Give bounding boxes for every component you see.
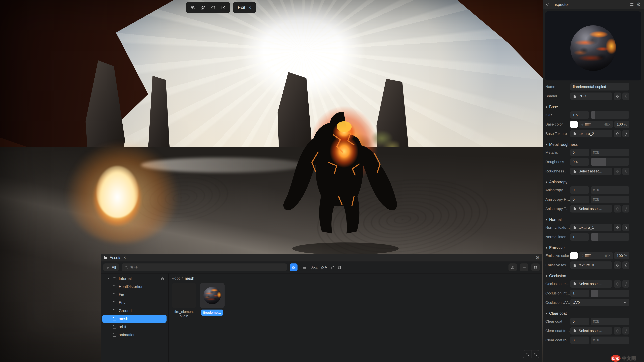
asset-thumbnail[interactable] <box>172 283 196 308</box>
slider[interactable] <box>591 290 630 297</box>
sort-za-button[interactable]: Z-A <box>321 265 327 270</box>
folder-mesh-selected[interactable]: mesh <box>102 315 166 323</box>
list-view-button[interactable] <box>300 264 308 271</box>
delete-asset-button[interactable] <box>531 264 540 271</box>
shader-field[interactable]: PBR <box>570 92 612 100</box>
open-external-icon[interactable] <box>221 5 226 10</box>
gear-icon[interactable]: ⚙ <box>535 255 540 260</box>
section-base[interactable]: ▾Base <box>546 104 630 110</box>
asset-field[interactable]: texture_1 <box>570 224 612 231</box>
section-metal-roughness[interactable]: ▾Metal roughness <box>546 141 630 147</box>
qr-code-icon[interactable] <box>200 5 205 10</box>
asset-item-glb[interactable]: fire_elemental.glb <box>172 283 196 319</box>
assets-search[interactable] <box>122 264 287 271</box>
folder-ground[interactable]: Ground <box>102 307 166 315</box>
opacity-input[interactable]: 100% <box>614 121 630 128</box>
asset-field[interactable]: texture_2 <box>570 130 612 137</box>
number-input[interactable]: 1.5 <box>570 111 589 119</box>
folder-icon <box>112 276 117 281</box>
folder-fire[interactable]: Fire <box>102 291 166 299</box>
exit-button[interactable]: Exit × <box>233 2 256 13</box>
unlink-asset-button[interactable] <box>622 168 630 175</box>
slider[interactable] <box>591 233 630 241</box>
grid-view-button[interactable] <box>290 264 298 271</box>
sort-az-button[interactable]: A-Z <box>311 265 318 270</box>
zoom-in-button[interactable] <box>531 351 539 358</box>
folder-internal[interactable]: Internal <box>102 275 166 283</box>
number-input[interactable]: 0 <box>570 149 589 156</box>
material-preview[interactable] <box>545 11 641 80</box>
section-anisotropy[interactable]: ▾Anisotropy <box>546 179 630 185</box>
asset-field[interactable]: Select asset… <box>570 327 612 335</box>
unlink-asset-button[interactable] <box>622 205 630 213</box>
locate-asset-button[interactable] <box>614 224 621 231</box>
unlink-asset-button[interactable] <box>622 224 630 231</box>
locate-asset-button[interactable] <box>614 327 621 335</box>
add-asset-button[interactable] <box>520 264 528 271</box>
zoom-out-button[interactable] <box>523 351 531 358</box>
slider[interactable]: MIN <box>591 186 630 194</box>
asset-field[interactable]: texture_0 <box>570 261 612 269</box>
number-input[interactable]: 0.4 <box>570 158 589 166</box>
asset-field[interactable]: Select asset… <box>570 168 612 175</box>
number-input[interactable]: 1 <box>570 290 589 297</box>
folder-heatdistortion[interactable]: HeatDIstortion <box>102 283 166 291</box>
binoculars-icon[interactable] <box>190 5 195 10</box>
slider[interactable]: MIN <box>591 149 630 156</box>
close-tab-icon[interactable]: × <box>123 255 126 260</box>
folder-orbit[interactable]: orbit <box>102 323 166 331</box>
slider[interactable] <box>591 111 630 119</box>
sort-descending-icon[interactable] <box>338 265 342 270</box>
asset-item-material-selected[interactable]: fireeleme… <box>200 283 224 319</box>
number-input[interactable]: 0 <box>570 337 589 344</box>
opacity-input[interactable]: 100% <box>614 252 630 259</box>
breadcrumb-root[interactable]: Root <box>172 276 180 281</box>
material-name-field[interactable] <box>570 83 630 90</box>
hex-input[interactable]: #ffffffHEX <box>579 252 613 259</box>
number-input[interactable]: 1 <box>570 233 589 241</box>
sort-ascending-icon[interactable] <box>330 265 334 270</box>
uv-select[interactable]: UV0 <box>570 299 630 306</box>
number-input[interactable]: 0 <box>570 318 589 325</box>
unlink-asset-button[interactable] <box>622 92 630 100</box>
number-input[interactable]: 0 <box>570 186 589 194</box>
section-clear-coat[interactable]: ▾Clear coat <box>546 310 630 317</box>
slider[interactable]: MIN <box>591 196 630 203</box>
section-occlusion[interactable]: ▾Occlusion <box>546 273 630 279</box>
folder-animation[interactable]: animation <box>102 331 166 339</box>
asset-thumbnail[interactable] <box>200 283 224 308</box>
scene-viewport[interactable]: Exit × <box>0 0 442 253</box>
locate-asset-button[interactable] <box>614 280 621 288</box>
tab-assets[interactable]: Assets × <box>103 255 126 260</box>
hex-input[interactable]: #ffffffHEX <box>579 121 613 128</box>
locate-asset-button[interactable] <box>614 168 621 175</box>
assets-search-input[interactable] <box>130 265 284 270</box>
unlink-asset-button[interactable] <box>622 327 630 335</box>
filter-button[interactable]: All <box>103 264 119 271</box>
unlink-asset-button[interactable] <box>622 130 630 137</box>
section-normal[interactable]: ▾Normal <box>546 217 630 223</box>
locate-asset-button[interactable] <box>614 205 621 213</box>
unlink-asset-button[interactable] <box>622 261 630 269</box>
refresh-icon[interactable] <box>211 5 216 10</box>
slider[interactable]: MIN <box>591 337 630 344</box>
color-swatch[interactable] <box>570 252 578 259</box>
color-swatch[interactable] <box>570 121 578 128</box>
upload-asset-button[interactable] <box>508 264 517 271</box>
chevron-right-icon[interactable] <box>106 276 110 281</box>
asset-field[interactable]: Select asset… <box>570 280 612 288</box>
unlink-asset-button[interactable] <box>622 280 630 288</box>
gear-icon[interactable]: ⚙ <box>636 2 641 7</box>
slider[interactable] <box>591 158 630 166</box>
asset-field[interactable]: Select asset… <box>570 205 612 213</box>
number-input[interactable]: 0 <box>570 196 589 203</box>
locate-asset-button[interactable] <box>614 92 621 100</box>
slider[interactable]: MIN <box>591 318 630 325</box>
close-icon[interactable]: × <box>248 5 252 10</box>
stack-icon[interactable] <box>630 2 634 7</box>
lock-icon <box>160 277 164 281</box>
locate-asset-button[interactable] <box>614 261 621 269</box>
folder-env[interactable]: Env <box>102 299 166 307</box>
section-emissive[interactable]: ▾Emissive <box>546 245 630 251</box>
locate-asset-button[interactable] <box>614 130 621 137</box>
